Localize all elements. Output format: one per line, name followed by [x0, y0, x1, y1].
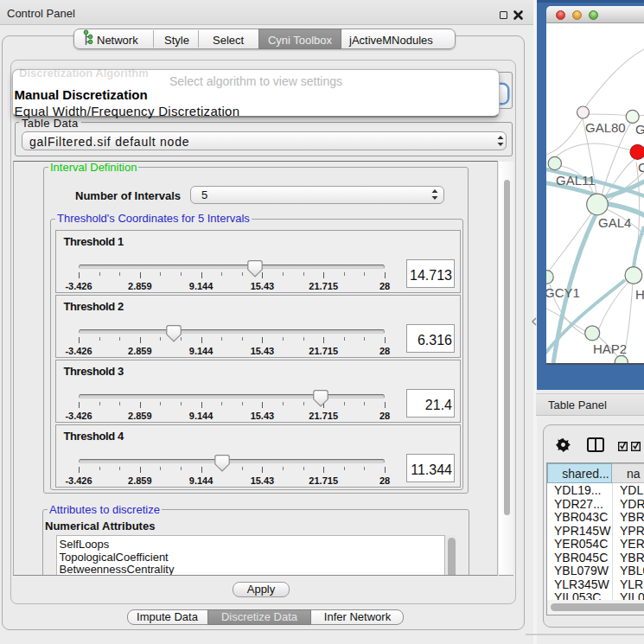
svg-text:GCY1: GCY1 [546, 285, 580, 300]
svg-text:GAL4: GAL4 [598, 215, 631, 230]
svg-text:G.: G. [635, 122, 644, 137]
svg-text:HAP2: HAP2 [593, 341, 627, 356]
svg-text:C: C [638, 160, 644, 175]
svg-text:GAL80: GAL80 [585, 120, 626, 135]
svg-text:H: H [635, 287, 644, 302]
svg-text:GAL11: GAL11 [556, 173, 596, 188]
